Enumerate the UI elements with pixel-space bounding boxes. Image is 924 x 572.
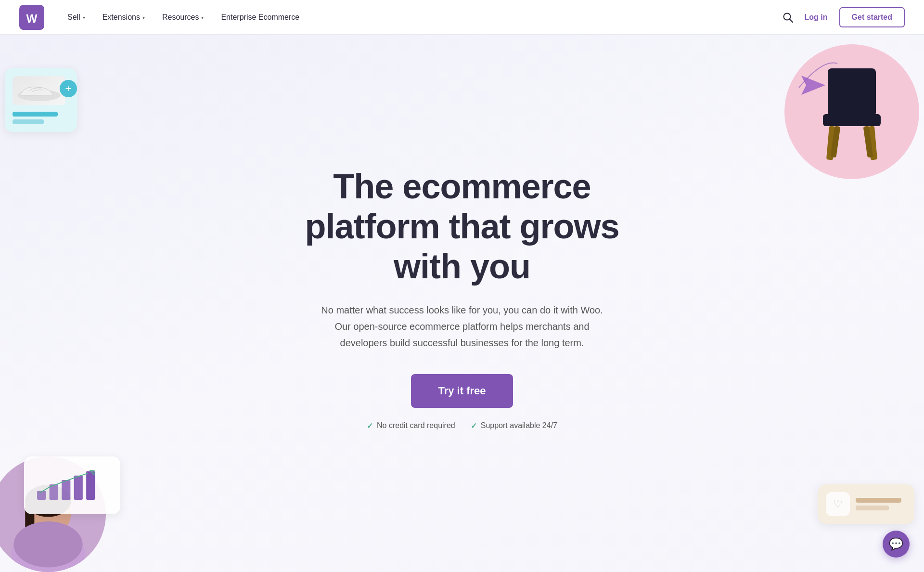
shoe-icon xyxy=(15,78,63,103)
svg-text:W: W xyxy=(26,12,38,25)
nav-actions: Log in Get started xyxy=(783,7,905,27)
pink-circle-decoration xyxy=(784,44,919,179)
svg-marker-18 xyxy=(801,76,825,95)
svg-rect-12 xyxy=(62,480,70,500)
try-it-free-button[interactable]: Try it free xyxy=(411,374,513,408)
chat-icon: 💬 xyxy=(889,537,903,551)
get-started-button[interactable]: Get started xyxy=(839,7,905,27)
svg-point-9 xyxy=(13,521,82,567)
hero-section: + xyxy=(0,35,924,572)
card-bar-2 xyxy=(13,119,44,124)
search-button[interactable] xyxy=(783,12,793,23)
check-icon: ✓ xyxy=(471,421,477,430)
svg-point-4 xyxy=(17,90,61,101)
chat-button[interactable]: 💬 xyxy=(883,531,910,558)
navbar: W Sell ▾ Extensions ▾ Resources ▾ Enterp… xyxy=(0,0,924,35)
like-bar-1 xyxy=(856,498,901,503)
deco-left: + xyxy=(0,54,164,572)
svg-line-15 xyxy=(90,470,94,475)
nav-extensions[interactable]: Extensions ▾ xyxy=(103,13,145,22)
no-credit-card-badge: ✓ No credit card required xyxy=(367,421,455,430)
like-bar-2 xyxy=(856,506,889,510)
arc-decoration xyxy=(794,54,842,92)
person-circle-decoration xyxy=(0,456,106,572)
svg-rect-22 xyxy=(868,126,877,160)
nav-sell[interactable]: Sell ▾ xyxy=(67,13,85,22)
chevron-down-icon: ▾ xyxy=(142,15,145,20)
svg-rect-19 xyxy=(828,68,876,117)
shoe-decoration xyxy=(13,76,65,105)
person-silhouette-icon xyxy=(0,471,96,572)
nav-enterprise[interactable]: Enterprise Ecommerce xyxy=(221,13,299,22)
deco-right: ♡ xyxy=(770,35,924,572)
hero-content: The ecommerce platform that grows with y… xyxy=(298,167,626,430)
svg-point-7 xyxy=(25,485,71,517)
svg-rect-10 xyxy=(37,491,46,500)
like-card-decoration: ♡ xyxy=(818,484,914,524)
svg-rect-13 xyxy=(74,476,83,500)
logo[interactable]: W xyxy=(19,5,44,30)
chair-icon xyxy=(813,59,890,165)
check-icon: ✓ xyxy=(367,421,373,430)
bar-chart-icon xyxy=(33,465,112,504)
nav-resources[interactable]: Resources ▾ xyxy=(162,13,204,22)
login-link[interactable]: Log in xyxy=(805,13,828,22)
svg-rect-11 xyxy=(50,484,58,500)
svg-rect-20 xyxy=(823,114,881,126)
svg-rect-23 xyxy=(830,126,840,157)
chevron-down-icon: ▾ xyxy=(201,15,204,20)
hero-subtitle: No matter what success looks like for yo… xyxy=(313,302,611,351)
support-badge: ✓ Support available 24/7 xyxy=(471,421,557,430)
svg-point-5 xyxy=(12,526,85,572)
hero-badges: ✓ No credit card required ✓ Support avai… xyxy=(298,421,626,430)
svg-rect-24 xyxy=(863,126,873,157)
svg-rect-8 xyxy=(25,501,34,528)
like-product-info xyxy=(856,498,907,510)
hero-title: The ecommerce platform that grows with y… xyxy=(298,167,626,286)
svg-rect-21 xyxy=(826,126,836,160)
chevron-down-icon: ▾ xyxy=(83,15,85,20)
send-arrow-icon xyxy=(799,73,828,97)
svg-point-6 xyxy=(25,487,71,537)
product-card-decoration: + xyxy=(5,68,77,132)
analytics-card-decoration xyxy=(24,456,120,514)
search-icon xyxy=(783,12,793,23)
plus-icon: + xyxy=(60,80,77,97)
svg-rect-14 xyxy=(86,471,95,500)
svg-line-3 xyxy=(790,19,793,22)
woo-logo: W xyxy=(19,5,44,30)
nav-links: Sell ▾ Extensions ▾ Resources ▾ Enterpri… xyxy=(67,13,783,22)
card-bar-1 xyxy=(13,112,58,117)
heart-icon: ♡ xyxy=(826,492,850,516)
